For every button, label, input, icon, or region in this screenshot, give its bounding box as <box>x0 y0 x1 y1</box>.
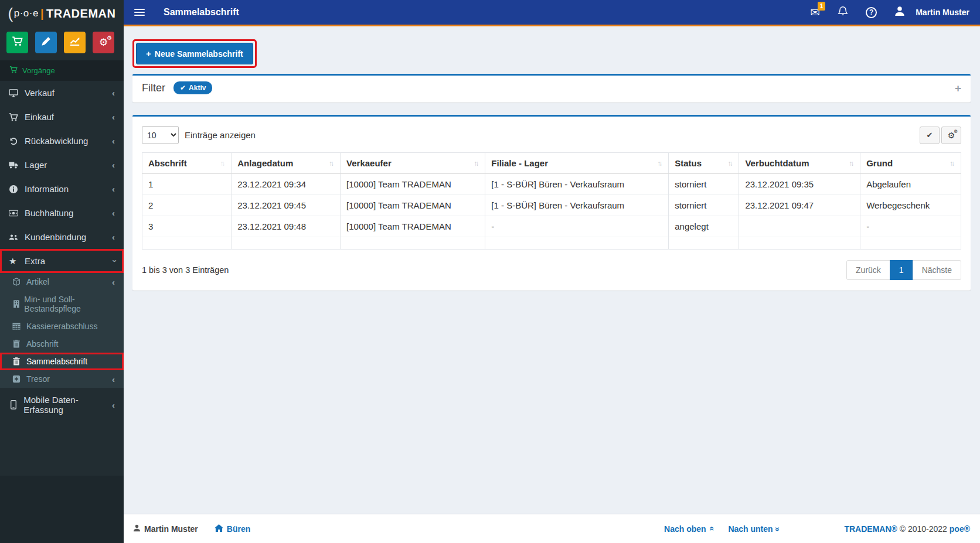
pagination-prev-button[interactable]: Zurück <box>846 260 890 280</box>
mobile-icon <box>9 400 23 409</box>
filter-panel: Filter ✔Aktiv + <box>132 74 971 103</box>
sort-icon[interactable]: ↑↓ <box>657 159 662 168</box>
submenu-item-abschrift[interactable]: Abschrift <box>0 335 124 353</box>
question-icon: ? <box>866 7 877 18</box>
sort-icon[interactable]: ↑↓ <box>220 159 225 168</box>
sidebar-item-rueckabwicklung[interactable]: Rückabwicklung ‹ <box>0 129 124 153</box>
page-length-select[interactable]: 10 <box>142 126 179 144</box>
column-header-abschrift[interactable]: Abschrift↑↓ <box>142 153 232 174</box>
sidebar-item-extra[interactable]: ★ Extra ‹ <box>0 249 124 273</box>
sort-icon[interactable]: ↑↓ <box>329 159 334 168</box>
table-info-text: 1 bis 3 von 3 Einträgen <box>142 265 229 275</box>
quick-stats-button[interactable] <box>64 32 86 53</box>
sort-icon[interactable]: ↑↓ <box>727 159 733 168</box>
sidebar-item-verkauf[interactable]: Verkauf ‹ <box>0 81 124 105</box>
trash-icon <box>12 340 26 348</box>
submenu-item-min-soll[interactable]: Min- und Soll-Bestandspflege <box>0 291 124 317</box>
column-header-status[interactable]: Status↑↓ <box>669 153 739 174</box>
cart-icon <box>12 36 23 50</box>
sidebar-bottom-area <box>0 476 124 543</box>
chevron-left-icon: ‹ <box>112 185 115 193</box>
bell-icon <box>838 6 848 19</box>
logo-paren: ( <box>8 5 13 23</box>
star-icon: ★ <box>9 257 25 265</box>
truck-icon <box>9 160 25 170</box>
table-row[interactable]: 1 23.12.2021 09:34 [10000] Team TRADEMAN… <box>142 174 961 195</box>
message-count-badge: 1 <box>818 2 826 11</box>
sammelabschrift-table: Abschrift↑↓ Anlagedatum↑↓ Verkaeufer↑↓ F… <box>142 152 961 250</box>
submenu-item-kassiererabschluss[interactable]: Kassiererabschluss <box>0 317 124 335</box>
app-logo[interactable]: (p·o·e|TRADEMAN <box>0 0 124 27</box>
user-menu-button[interactable] <box>894 6 905 19</box>
sort-icon[interactable]: ↑↓ <box>950 159 955 168</box>
logo-brand: TRADEMAN <box>46 7 115 21</box>
scroll-to-bottom-link[interactable]: Nach unten » <box>728 524 780 534</box>
user-icon <box>894 6 905 19</box>
sort-icon[interactable]: ↑↓ <box>474 159 479 168</box>
extra-submenu: Artikel ‹ Min- und Soll-Bestandspflege K… <box>0 273 124 388</box>
copyright-brand: TRADEMAN® <box>844 524 897 534</box>
sidebar-item-einkauf[interactable]: Einkauf ‹ <box>0 105 124 129</box>
footer-location-link[interactable]: Büren <box>215 524 250 534</box>
sidebar-item-information[interactable]: Information ‹ <box>0 177 124 201</box>
sidebar-item-kundenbindung[interactable]: Kundenbindung ‹ <box>0 225 124 249</box>
column-header-filiale-lager[interactable]: Filiale - Lager↑↓ <box>485 153 669 174</box>
chevron-left-icon: ‹ <box>112 209 115 217</box>
safe-icon <box>12 375 26 383</box>
gears-icon: ⚙⚙ <box>948 131 955 139</box>
sidebar-item-lager[interactable]: Lager ‹ <box>0 153 124 177</box>
column-header-anlagedatum[interactable]: Anlagedatum↑↓ <box>232 153 341 174</box>
pagination-next-button[interactable]: Nächste <box>913 260 961 280</box>
chevron-left-icon: ‹ <box>112 278 115 286</box>
new-sammelabschrift-button[interactable]: +Neue Sammelabschrift <box>136 43 253 64</box>
home-icon <box>215 524 223 534</box>
submenu-item-tresor[interactable]: Tresor ‹ <box>0 370 124 388</box>
logo-poe: p·o·e <box>14 8 39 19</box>
double-chevron-up-icon: » <box>707 527 715 531</box>
chevron-left-icon: ‹ <box>112 136 115 145</box>
quick-edit-button[interactable] <box>35 32 57 53</box>
sidebar-section-header: Vorgänge <box>0 60 124 81</box>
chevron-left-icon: ‹ <box>112 233 115 241</box>
app-window: (p·o·e|TRADEMAN ⚙⚙ Vorgänge Verkauf <box>0 0 980 543</box>
sidebar-item-mobile-daten-erfassung[interactable]: Mobile Daten-Erfassung ‹ <box>0 388 124 422</box>
notifications-button[interactable] <box>838 6 848 19</box>
sidebar-item-buchhaltung[interactable]: Buchhaltung ‹ <box>0 201 124 225</box>
chevron-left-icon: ‹ <box>112 112 115 121</box>
check-icon: ✔ <box>927 131 933 139</box>
pencil-icon <box>40 36 52 50</box>
messages-button[interactable]: ✉ 1 <box>810 6 820 18</box>
quick-sale-button[interactable] <box>6 32 28 53</box>
user-icon <box>133 524 141 534</box>
sidebar: (p·o·e|TRADEMAN ⚙⚙ Vorgänge Verkauf <box>0 0 124 543</box>
chart-line-icon <box>69 36 80 50</box>
page-title: Sammelabschrift <box>164 7 239 18</box>
scroll-to-top-link[interactable]: Nach oben » <box>664 524 713 534</box>
table-row[interactable]: 2 23.12.2021 09:45 [10000] Team TRADEMAN… <box>142 195 961 216</box>
table-check-button[interactable]: ✔ <box>920 127 940 144</box>
help-button[interactable]: ? <box>866 7 877 18</box>
table-row[interactable]: 3 23.12.2021 09:48 [10000] Team TRADEMAN… <box>142 216 961 237</box>
chevron-left-icon: ‹ <box>112 88 115 97</box>
logo-divider: | <box>40 7 44 21</box>
copyright-company: poe® <box>950 524 970 534</box>
filter-active-badge: ✔Aktiv <box>173 81 212 94</box>
sort-icon[interactable]: ↑↓ <box>849 159 854 168</box>
table-settings-button[interactable]: ⚙⚙ <box>941 127 961 144</box>
info-circle-icon <box>9 185 25 194</box>
quick-settings-button[interactable]: ⚙⚙ <box>93 32 114 53</box>
submenu-item-artikel[interactable]: Artikel ‹ <box>0 273 124 291</box>
gears-icon: ⚙⚙ <box>99 37 108 47</box>
quick-buttons: ⚙⚙ <box>0 27 124 60</box>
filter-expand-button[interactable]: + <box>955 83 961 94</box>
cube-icon <box>12 278 26 286</box>
plus-icon: + <box>146 49 151 59</box>
hamburger-menu-icon[interactable] <box>133 6 146 18</box>
column-header-grund[interactable]: Grund↑↓ <box>860 153 961 174</box>
pagination-page-1-button[interactable]: 1 <box>890 260 913 280</box>
chevron-left-icon: ‹ <box>112 375 115 384</box>
column-header-verkaeufer[interactable]: Verkaeufer↑↓ <box>341 153 485 174</box>
column-header-verbuchtdatum[interactable]: Verbuchtdatum↑↓ <box>739 153 860 174</box>
submenu-item-sammelabschrift[interactable]: Sammelabschrift <box>0 353 124 370</box>
table-empty-row <box>142 237 961 250</box>
